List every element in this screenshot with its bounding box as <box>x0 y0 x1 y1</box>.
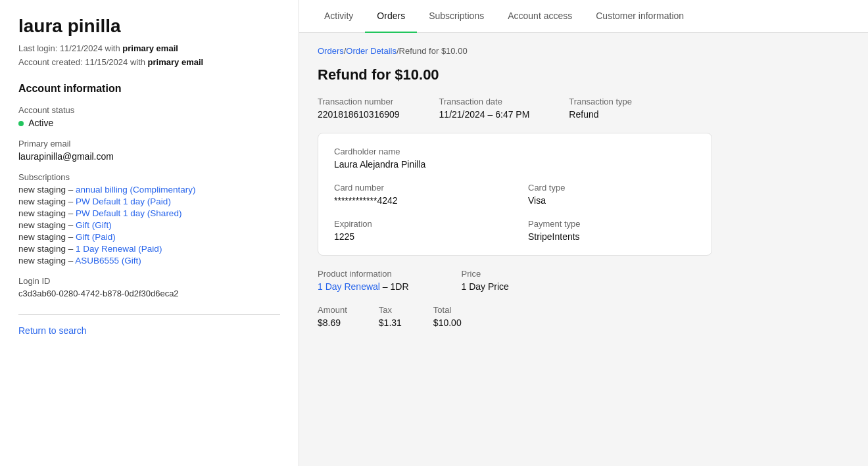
transaction-type-value: Refund <box>569 109 632 120</box>
account-status-label: Account status <box>18 105 280 115</box>
list-item: new staging – 1 Day Renewal (Paid) <box>18 244 280 254</box>
transaction-number-value: 2201818610316909 <box>318 109 400 120</box>
tax-field: Tax $1.31 <box>379 305 402 328</box>
sidebar-divider <box>18 314 280 315</box>
subscription-link[interactable]: Gift (Gift) <box>76 220 112 230</box>
product-link[interactable]: 1 Day Renewal <box>318 281 380 292</box>
total-value: $10.00 <box>433 317 462 328</box>
expiration-field: Expiration 1225 <box>334 219 502 242</box>
card-number-label: Card number <box>334 183 502 193</box>
tab-subscriptions[interactable]: Subscriptions <box>417 0 496 33</box>
cardholder-value: Laura Alejandra Pinilla <box>334 159 696 170</box>
list-item: new staging – PW Default 1 day (Shared) <box>18 208 280 218</box>
sidebar: laura pinilla Last login: 11/21/2024 wit… <box>0 0 299 466</box>
subscription-link[interactable]: PW Default 1 day (Shared) <box>76 208 181 218</box>
breadcrumb-order-details-link[interactable]: Order Details <box>346 46 397 56</box>
subscriptions-label: Subscriptions <box>18 172 280 182</box>
status-dot <box>18 121 24 126</box>
transaction-info: Transaction number 2201818610316909 Tran… <box>318 97 850 120</box>
subscription-link[interactable]: PW Default 1 day (Paid) <box>76 197 171 206</box>
transaction-type-label: Transaction type <box>569 97 632 106</box>
list-item: new staging – ASUB6555 (Gift) <box>18 256 280 266</box>
card-grid: Cardholder name Laura Alejandra Pinilla … <box>334 147 696 242</box>
tab-account-access[interactable]: Account access <box>496 0 584 33</box>
expiration-label: Expiration <box>334 219 502 229</box>
price-field: Price 1 Day Price <box>462 269 509 292</box>
amount-label: Amount <box>318 305 347 315</box>
card-type-field: Card type Visa <box>528 183 696 206</box>
breadcrumb-current: Refund for $10.00 <box>399 46 468 56</box>
tab-orders[interactable]: Orders <box>365 0 417 33</box>
card-info-box: Cardholder name Laura Alejandra Pinilla … <box>318 133 712 256</box>
content-area: Orders/Order Details/Refund for $10.00 R… <box>299 33 868 466</box>
primary-email-value: laurapinilla@gmail.com <box>18 151 280 162</box>
cardholder-field: Cardholder name Laura Alejandra Pinilla <box>334 147 696 170</box>
payment-type-field: Payment type StripeIntents <box>528 219 696 242</box>
breadcrumb-orders-link[interactable]: Orders <box>318 46 344 56</box>
expiration-value: 1225 <box>334 231 502 242</box>
product-info-value: 1 Day Renewal – 1DR <box>318 281 409 292</box>
primary-email-label: Primary email <box>18 139 280 149</box>
return-to-search-link[interactable]: Return to search <box>18 325 87 336</box>
tab-customer-information[interactable]: Customer information <box>584 0 696 33</box>
amount-field: Amount $8.69 <box>318 305 347 328</box>
card-number-value: ************4242 <box>334 195 502 206</box>
login-id-label: Login ID <box>18 276 280 286</box>
last-login-meta: Last login: 11/21/2024 with primary emai… <box>18 43 280 53</box>
list-item: new staging – Gift (Paid) <box>18 232 280 242</box>
price-label: Price <box>462 269 509 279</box>
customer-name: laura pinilla <box>18 16 280 37</box>
list-item: new staging – PW Default 1 day (Paid) <box>18 197 280 206</box>
tab-activity[interactable]: Activity <box>312 0 365 33</box>
account-created-meta: Account created: 11/15/2024 with primary… <box>18 57 280 67</box>
payment-type-value: StripeIntents <box>528 231 696 242</box>
amount-value: $8.69 <box>318 317 347 328</box>
subscriptions-list: new staging – annual billing (Compliment… <box>18 185 280 266</box>
amount-row: Amount $8.69 Tax $1.31 Total $10.00 <box>318 305 850 328</box>
payment-type-label: Payment type <box>528 219 696 229</box>
card-number-field: Card number ************4242 <box>334 183 502 206</box>
total-field: Total $10.00 <box>433 305 462 328</box>
subscription-link[interactable]: annual billing (Complimentary) <box>76 185 195 195</box>
list-item: new staging – annual billing (Compliment… <box>18 185 280 195</box>
product-info-row: Product information 1 Day Renewal – 1DR … <box>318 269 850 292</box>
transaction-type-field: Transaction type Refund <box>569 97 632 120</box>
transaction-date-label: Transaction date <box>439 97 530 106</box>
main-content: Activity Orders Subscriptions Account ac… <box>299 0 868 466</box>
total-label: Total <box>433 305 462 315</box>
transaction-number-field: Transaction number 2201818610316909 <box>318 97 400 120</box>
transaction-number-label: Transaction number <box>318 97 400 106</box>
cardholder-label: Cardholder name <box>334 147 696 156</box>
breadcrumb: Orders/Order Details/Refund for $10.00 <box>318 46 850 56</box>
account-information-heading: Account information <box>18 83 280 95</box>
tax-label: Tax <box>379 305 402 315</box>
card-type-value: Visa <box>528 195 696 206</box>
product-suffix: – 1DR <box>380 281 409 292</box>
login-id-value: c3d3ab60-0280-4742-b878-0d2f30d6eca2 <box>18 289 280 298</box>
transaction-date-value: 11/21/2024 – 6:47 PM <box>439 109 530 120</box>
product-info-label: Product information <box>318 269 409 279</box>
page-title: Refund for $10.00 <box>318 66 850 83</box>
subscription-link[interactable]: ASUB6555 (Gift) <box>75 256 141 266</box>
card-type-label: Card type <box>528 183 696 193</box>
subscription-link[interactable]: 1 Day Renewal (Paid) <box>76 244 162 254</box>
product-info-field: Product information 1 Day Renewal – 1DR <box>318 269 409 292</box>
tax-value: $1.31 <box>379 317 402 328</box>
list-item: new staging – Gift (Gift) <box>18 220 280 230</box>
subscription-link[interactable]: Gift (Paid) <box>76 232 116 242</box>
tab-bar: Activity Orders Subscriptions Account ac… <box>299 0 868 33</box>
price-value: 1 Day Price <box>462 281 509 292</box>
transaction-date-field: Transaction date 11/21/2024 – 6:47 PM <box>439 97 530 120</box>
account-status-value: Active <box>18 118 280 128</box>
